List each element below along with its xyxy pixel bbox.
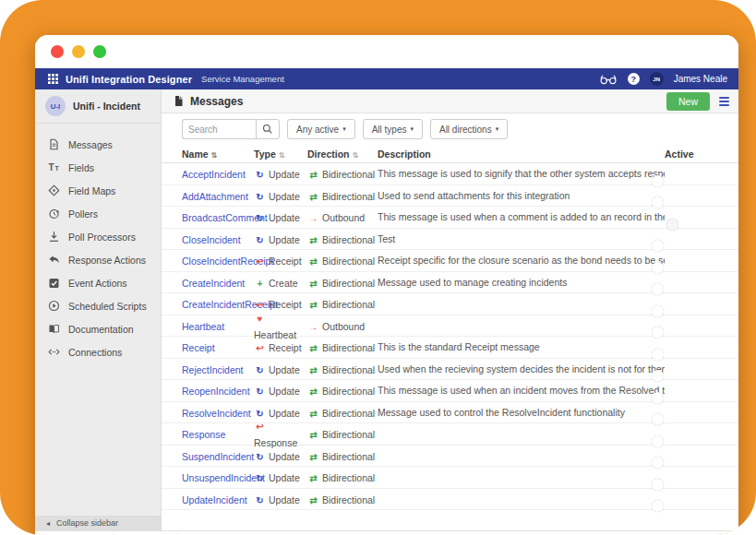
sidebar-item-messages[interactable]: Messages: [35, 133, 161, 156]
direction-bidirectional-icon: ⇄: [307, 452, 319, 462]
column-header-direction[interactable]: Direction⇅: [307, 149, 378, 160]
workspace-label: Unifi - Incident: [73, 101, 140, 112]
sidebar-item-field-maps[interactable]: Field Maps: [35, 179, 161, 202]
filter-dropdown-all-directions[interactable]: All directions▾: [430, 119, 508, 139]
breadcrumb[interactable]: Service Management: [201, 74, 284, 84]
fields-icon: TT: [47, 161, 60, 174]
table-row: AcceptIncident↻Update⇄BidirectionalThis …: [162, 163, 738, 185]
table-row: Response↩Response⇄Bidirectional: [162, 423, 738, 446]
sidebar-item-response-actions[interactable]: Response Actions: [35, 248, 161, 271]
document-icon: [173, 95, 185, 107]
toggle-knob: [652, 413, 664, 425]
filter-toolbar: Any active▾All types▾All directions▾: [162, 113, 738, 145]
table-row: UnsuspendIncident↻Update⇄Bidirectional: [162, 467, 738, 489]
direction-outbound-icon: →: [307, 322, 319, 332]
description-cell: This is the standard Receipt message: [378, 341, 665, 352]
preview-glasses-icon[interactable]: [599, 74, 618, 85]
message-name-link[interactable]: AcceptIncident: [182, 169, 246, 180]
message-name-link[interactable]: AddAttachment: [182, 191, 248, 202]
direction-cell: ⇄Bidirectional: [307, 425, 378, 442]
search-icon: [262, 124, 273, 135]
column-header-description: Description: [378, 149, 665, 160]
collapse-sidebar-button[interactable]: ◂ Collapse sidebar: [35, 516, 161, 530]
direction-cell: ⇄Bidirectional: [307, 361, 378, 377]
filter-dropdown-all-types[interactable]: All types▾: [363, 119, 423, 139]
app-window: Unifi Integration Designer Service Manag…: [35, 35, 738, 535]
direction-cell: ⇄Bidirectional: [307, 231, 378, 247]
message-name-link[interactable]: Heartbeat: [182, 321, 224, 332]
column-header-name[interactable]: Name⇅: [182, 149, 254, 160]
search-button[interactable]: [256, 119, 280, 139]
close-window-icon[interactable]: [51, 45, 64, 58]
poll-processors-icon: [47, 231, 60, 244]
sidebar-item-label: Poll Processors: [68, 232, 136, 243]
page-background: Unifi Integration Designer Service Manag…: [0, 0, 756, 535]
toggle-knob: [652, 500, 664, 512]
direction-outbound-icon: →: [307, 213, 319, 223]
type-cell: ↻Update: [254, 165, 307, 182]
type-cell: ↻Update: [254, 231, 307, 247]
type-update-icon: ↻: [254, 452, 266, 462]
menu-icon[interactable]: [719, 97, 729, 106]
minimize-window-icon[interactable]: [72, 45, 85, 58]
type-cell: ↻Update: [254, 382, 307, 398]
direction-cell: →Outbound: [307, 208, 378, 225]
description-cell: This message is used to signify that the…: [378, 168, 665, 179]
toggle-knob: [666, 219, 678, 231]
sidebar-item-poll-processors[interactable]: Poll Processors: [35, 225, 161, 248]
toggle-knob: [652, 283, 664, 295]
type-cell: ↩Receipt: [254, 252, 307, 268]
message-name-link[interactable]: Receipt: [182, 342, 215, 353]
top-navbar: Unifi Integration Designer Service Manag…: [35, 68, 738, 89]
field-maps-icon: [47, 184, 60, 197]
sidebar-item-documentation[interactable]: Documentation: [35, 317, 161, 340]
message-name-link[interactable]: UpdateIncident: [182, 494, 247, 505]
app-grid-icon[interactable]: [48, 74, 58, 84]
caret-down-icon: ▾: [496, 125, 499, 133]
sidebar-item-fields[interactable]: TTFields: [35, 156, 161, 179]
sidebar-item-scheduled-scripts[interactable]: Scheduled Scripts: [35, 294, 161, 317]
type-cell: +Create: [254, 274, 307, 291]
sidebar-item-label: Event Actions: [68, 278, 127, 289]
message-name-link[interactable]: ReopenIncident: [182, 386, 250, 397]
direction-cell: ⇄Bidirectional: [307, 491, 378, 507]
help-icon[interactable]: ?: [628, 73, 640, 85]
type-update-icon: ↻: [254, 213, 266, 223]
message-name-link[interactable]: RejectIncident: [182, 364, 244, 375]
sidebar-item-event-actions[interactable]: Event Actions: [35, 271, 161, 294]
svg-text:T: T: [48, 162, 54, 172]
message-name-link[interactable]: UnsuspendIncident: [182, 472, 265, 483]
direction-cell: ⇄Bidirectional: [307, 274, 378, 291]
maximize-window-icon[interactable]: [93, 45, 106, 58]
user-avatar[interactable]: JN: [650, 72, 664, 86]
direction-bidirectional-icon: ⇄: [307, 170, 319, 180]
filter-dropdown-any-active[interactable]: Any active▾: [287, 119, 355, 139]
message-name-link[interactable]: CreateIncident: [182, 278, 245, 289]
description-cell: Message used to manage creating incident…: [378, 277, 665, 288]
type-cell: ↻Update: [254, 469, 307, 485]
new-button[interactable]: New: [666, 92, 710, 111]
response-actions-icon: [47, 254, 60, 267]
description-cell: Receipt specific for the closure scenari…: [378, 255, 665, 266]
direction-bidirectional-icon: ⇄: [307, 473, 319, 483]
message-name-link[interactable]: CloseIncident: [182, 234, 241, 245]
table-row: CreateIncident+Create⇄BidirectionalMessa…: [162, 272, 738, 294]
toggle-knob: [652, 175, 664, 187]
type-cell: ↩Response: [254, 417, 307, 450]
sidebar-item-pollers[interactable]: Pollers: [35, 202, 161, 225]
message-name-link[interactable]: Response: [182, 429, 225, 440]
event-actions-icon: [47, 277, 60, 290]
table-row: ResolveIncident↻Update⇄BidirectionalMess…: [162, 402, 738, 424]
direction-bidirectional-icon: ⇄: [307, 495, 319, 505]
app-body: U-I Unifi - Incident MessagesTTFieldsFie…: [35, 89, 738, 530]
message-name-link[interactable]: SuspendIncident: [182, 451, 254, 462]
message-name-link[interactable]: ResolveIncident: [182, 408, 251, 419]
user-name[interactable]: James Neale: [674, 74, 727, 84]
chevron-left-icon: ◂: [46, 519, 50, 528]
type-update-icon: ↻: [254, 386, 266, 397]
column-header-type[interactable]: Type⇅: [254, 149, 307, 160]
sidebar-item-connections[interactable]: Connections: [35, 340, 161, 363]
toggle-knob: [652, 240, 664, 252]
search-input[interactable]: [182, 119, 256, 139]
workspace-header[interactable]: U-I Unifi - Incident: [35, 89, 161, 124]
